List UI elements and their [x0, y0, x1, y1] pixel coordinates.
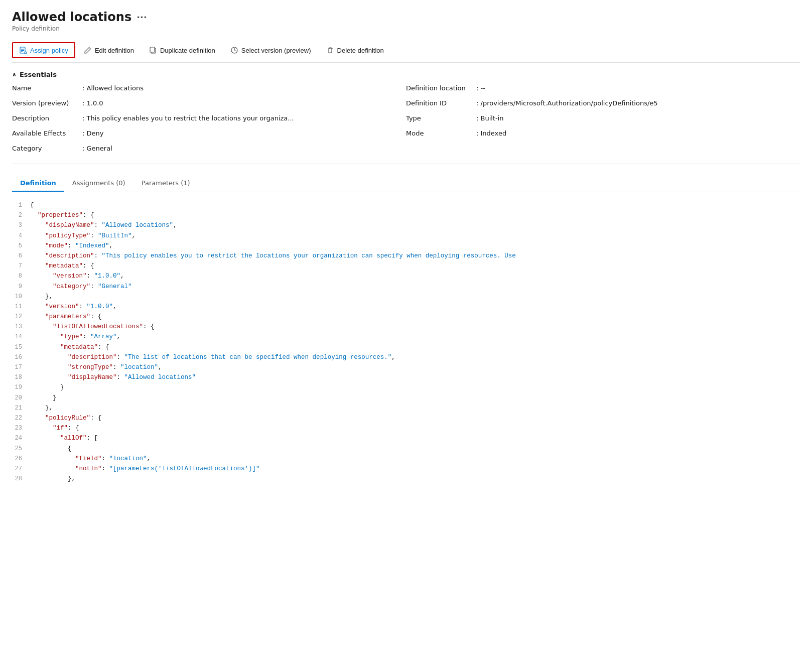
tab-definition[interactable]: Definition [12, 174, 64, 192]
tab-assignments-(0)[interactable]: Assignments (0) [64, 174, 133, 192]
line-number: 18 [12, 373, 30, 382]
code-line: 6 "description": "This policy enables yo… [12, 251, 800, 261]
line-number: 9 [12, 282, 30, 292]
code-line: 18 "displayName": "Allowed locations" [12, 372, 800, 382]
edit-definition-label: Edit definition [95, 47, 134, 54]
code-line: 26 "field": "location", [12, 454, 800, 464]
chevron-up-icon: ∧ [12, 71, 17, 78]
line-number: 3 [12, 221, 30, 230]
essentials-right: Definition location--Definition ID/provi… [406, 84, 800, 156]
duplicate-definition-label: Duplicate definition [160, 47, 215, 54]
code-line: 27 "notIn": "[parameters('listOfAllowedL… [12, 464, 800, 474]
line-number: 23 [12, 424, 30, 433]
line-content: "if": { [30, 423, 79, 433]
essentials-grid: NameAllowed locationsVersion (preview)1.… [12, 84, 800, 164]
line-number: 5 [12, 241, 30, 251]
essentials-row-value: Indexed [476, 129, 506, 137]
tab-parameters-(1)[interactable]: Parameters (1) [133, 174, 198, 192]
page-title-text: Allowed locations [12, 10, 131, 24]
more-options-icon[interactable]: ··· [137, 12, 147, 23]
line-content: "allOf": [ [30, 433, 98, 443]
assign-policy-button[interactable]: Assign policy [12, 42, 75, 58]
code-line: 3 "displayName": "Allowed locations", [12, 220, 800, 230]
line-content: "strongType": "location", [30, 362, 162, 372]
essentials-row-value: Built-in [476, 114, 504, 122]
page-subtitle: Policy definition [12, 25, 800, 32]
line-number: 21 [12, 404, 30, 413]
line-content: "type": "Array", [30, 332, 120, 342]
code-line: 23 "if": { [12, 423, 800, 433]
svg-rect-8 [150, 47, 155, 52]
line-content: } [30, 393, 57, 403]
essentials-row: Definition location-- [406, 84, 800, 95]
select-version-label: Select version (preview) [241, 47, 311, 54]
code-line: 25 { [12, 444, 800, 454]
line-number: 15 [12, 343, 30, 352]
delete-definition-button[interactable]: Delete definition [320, 43, 390, 58]
code-line: 2 "properties": { [12, 210, 800, 220]
code-line: 15 "metadata": { [12, 342, 800, 352]
code-line: 12 "parameters": { [12, 312, 800, 322]
code-line: 9 "category": "General" [12, 282, 800, 292]
line-number: 14 [12, 332, 30, 342]
line-number: 16 [12, 353, 30, 362]
select-version-button[interactable]: Select version (preview) [224, 43, 318, 58]
line-content: "version": "1.0.0", [30, 271, 124, 281]
code-line: 10 }, [12, 292, 800, 302]
essentials-row: TypeBuilt-in [406, 114, 800, 125]
code-line: 22 "policyRule": { [12, 413, 800, 423]
essentials-row-label: Mode [406, 129, 476, 137]
line-content: }, [30, 474, 75, 484]
code-line: 16 "description": "The list of locations… [12, 352, 800, 362]
essentials-row-label: Description [12, 114, 82, 122]
line-number: 25 [12, 444, 30, 454]
code-line: 5 "mode": "Indexed", [12, 241, 800, 251]
essentials-toggle[interactable]: ∧ Essentials [12, 71, 800, 78]
page-title: Allowed locations ··· [12, 10, 800, 24]
essentials-section: ∧ Essentials NameAllowed locationsVersio… [12, 71, 800, 164]
code-line: 13 "listOfAllowedLocations": { [12, 322, 800, 332]
edit-definition-button[interactable]: Edit definition [77, 43, 141, 58]
line-number: 8 [12, 272, 30, 281]
essentials-row-label: Definition ID [406, 99, 476, 107]
line-content: "mode": "Indexed", [30, 241, 113, 251]
essentials-label: Essentials [20, 71, 57, 78]
essentials-row-value: -- [476, 84, 485, 92]
line-number: 24 [12, 434, 30, 443]
essentials-row: Available EffectsDeny [12, 129, 406, 141]
line-number: 12 [12, 312, 30, 322]
line-content: "version": "1.0.0", [30, 302, 117, 312]
line-content: "description": "The list of locations th… [30, 352, 395, 362]
essentials-row-value: 1.0.0 [82, 99, 103, 107]
line-content: "policyRule": { [30, 413, 102, 423]
code-line: 8 "version": "1.0.0", [12, 271, 800, 281]
line-number: 27 [12, 464, 30, 474]
assign-policy-label: Assign policy [30, 47, 68, 54]
line-content: "metadata": { [30, 342, 109, 352]
edit-icon [84, 46, 92, 54]
essentials-row-value: Deny [82, 129, 103, 137]
essentials-row: ModeIndexed [406, 129, 800, 141]
code-line: 21 }, [12, 403, 800, 413]
line-number: 17 [12, 363, 30, 372]
line-content: }, [30, 292, 53, 302]
code-line: 1{ [12, 200, 800, 210]
line-number: 7 [12, 261, 30, 271]
line-content: "displayName": "Allowed locations", [30, 220, 177, 230]
code-line: 14 "type": "Array", [12, 332, 800, 342]
line-number: 6 [12, 251, 30, 261]
line-number: 1 [12, 201, 30, 210]
essentials-row-value: Allowed locations [82, 84, 144, 92]
duplicate-definition-button[interactable]: Duplicate definition [143, 43, 222, 58]
delete-definition-label: Delete definition [337, 47, 384, 54]
essentials-row: DescriptionThis policy enables you to re… [12, 114, 406, 125]
line-number: 4 [12, 231, 30, 241]
line-number: 22 [12, 414, 30, 423]
code-line: 11 "version": "1.0.0", [12, 302, 800, 312]
code-line: 17 "strongType": "location", [12, 362, 800, 372]
code-area: 1{2 "properties": {3 "displayName": "All… [12, 200, 800, 484]
line-content: "listOfAllowedLocations": { [30, 322, 155, 332]
essentials-row: CategoryGeneral [12, 145, 406, 156]
essentials-row-value: General [82, 145, 112, 152]
essentials-row: Version (preview)1.0.0 [12, 99, 406, 110]
